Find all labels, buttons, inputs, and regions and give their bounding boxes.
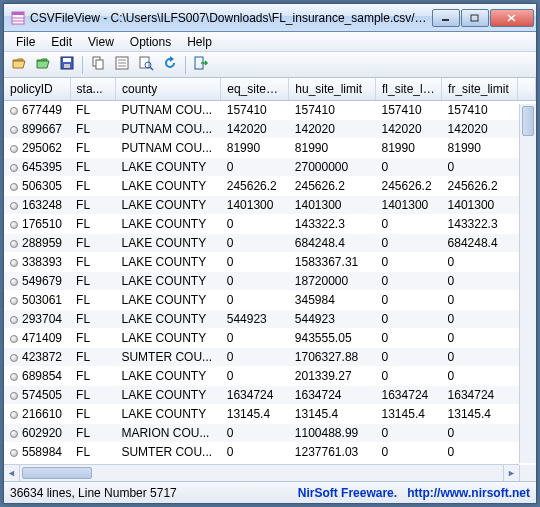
- cell[interactable]: FL: [70, 101, 115, 120]
- menu-help[interactable]: Help: [179, 33, 220, 51]
- table-row[interactable]: 176510FLLAKE COUNTY0143322.30143322.3: [4, 215, 536, 234]
- cell[interactable]: 295062: [4, 139, 70, 158]
- cell[interactable]: 163248: [4, 196, 70, 215]
- cell[interactable]: 13145.4: [289, 405, 376, 424]
- cell[interactable]: 245626.2: [442, 177, 518, 196]
- cell[interactable]: 0: [376, 424, 442, 443]
- cell[interactable]: 0: [221, 253, 289, 272]
- cell[interactable]: 943555.05: [289, 329, 376, 348]
- cell[interactable]: 245626.2: [289, 177, 376, 196]
- cell[interactable]: FL: [70, 310, 115, 329]
- cell[interactable]: 544923: [289, 310, 376, 329]
- cell[interactable]: 0: [376, 367, 442, 386]
- table-row[interactable]: 506305FLLAKE COUNTY245626.2245626.224562…: [4, 177, 536, 196]
- menu-edit[interactable]: Edit: [43, 33, 80, 51]
- header-row[interactable]: policyIDsta...countyeq_site_l...hu_site_…: [4, 78, 536, 101]
- table-row[interactable]: 503061FLLAKE COUNTY034598400: [4, 291, 536, 310]
- cell[interactable]: LAKE COUNTY: [115, 215, 220, 234]
- cell[interactable]: 0: [221, 291, 289, 310]
- open2-button[interactable]: [32, 54, 54, 76]
- cell[interactable]: 288959: [4, 234, 70, 253]
- table-row[interactable]: 471409FLLAKE COUNTY0943555.0500: [4, 329, 536, 348]
- menu-view[interactable]: View: [80, 33, 122, 51]
- close-button[interactable]: [490, 9, 534, 27]
- cell[interactable]: PUTNAM COU...: [115, 120, 220, 139]
- table-row[interactable]: 689854FLLAKE COUNTY0201339.2700: [4, 367, 536, 386]
- cell[interactable]: LAKE COUNTY: [115, 196, 220, 215]
- cell[interactable]: 899667: [4, 120, 70, 139]
- cell[interactable]: 142020: [376, 120, 442, 139]
- cell[interactable]: LAKE COUNTY: [115, 329, 220, 348]
- cell[interactable]: FL: [70, 234, 115, 253]
- minimize-button[interactable]: [432, 9, 460, 27]
- cell[interactable]: 27000000: [289, 158, 376, 177]
- column-header[interactable]: fr_site_limit: [442, 78, 518, 101]
- cell[interactable]: LAKE COUNTY: [115, 405, 220, 424]
- cell[interactable]: 0: [221, 215, 289, 234]
- cell[interactable]: 216610: [4, 405, 70, 424]
- cell[interactable]: 0: [442, 443, 518, 462]
- cell[interactable]: PUTNAM COU...: [115, 139, 220, 158]
- cell[interactable]: 684248.4: [442, 234, 518, 253]
- cell[interactable]: 293704: [4, 310, 70, 329]
- hscroll-thumb[interactable]: [22, 467, 92, 479]
- table-row[interactable]: 574505FLLAKE COUNTY163472416347241634724…: [4, 386, 536, 405]
- cell[interactable]: SUMTER COU...: [115, 348, 220, 367]
- table-row[interactable]: 602920FLMARION COU...01100488.9900: [4, 424, 536, 443]
- table-row[interactable]: 288959FLLAKE COUNTY0684248.40684248.4: [4, 234, 536, 253]
- column-header[interactable]: fl_site_li...: [376, 78, 442, 101]
- cell[interactable]: 1634724: [221, 386, 289, 405]
- cell[interactable]: 142020: [221, 120, 289, 139]
- cell[interactable]: 245626.2: [376, 177, 442, 196]
- cell[interactable]: 1401300: [376, 196, 442, 215]
- cell[interactable]: 13145.4: [221, 405, 289, 424]
- cell[interactable]: 1583367.31: [289, 253, 376, 272]
- cell[interactable]: 1401300: [289, 196, 376, 215]
- cell[interactable]: 0: [376, 348, 442, 367]
- cell[interactable]: 0: [442, 310, 518, 329]
- cell[interactable]: 0: [221, 158, 289, 177]
- cell[interactable]: 201339.27: [289, 367, 376, 386]
- table-row[interactable]: 338393FLLAKE COUNTY01583367.3100: [4, 253, 536, 272]
- cell[interactable]: 1401300: [221, 196, 289, 215]
- cell[interactable]: FL: [70, 139, 115, 158]
- column-header[interactable]: policyID: [4, 78, 70, 101]
- cell[interactable]: LAKE COUNTY: [115, 310, 220, 329]
- cell[interactable]: 544923: [221, 310, 289, 329]
- cell[interactable]: 143322.3: [289, 215, 376, 234]
- cell[interactable]: LAKE COUNTY: [115, 291, 220, 310]
- cell[interactable]: FL: [70, 291, 115, 310]
- table-row[interactable]: 558984FLSUMTER COU...01237761.0300: [4, 443, 536, 462]
- cell[interactable]: 0: [221, 329, 289, 348]
- column-header[interactable]: sta...: [70, 78, 115, 101]
- cell[interactable]: FL: [70, 215, 115, 234]
- cell[interactable]: 0: [376, 329, 442, 348]
- horizontal-scrollbar[interactable]: ◄ ►: [4, 464, 519, 481]
- cell[interactable]: 1401300: [442, 196, 518, 215]
- cell[interactable]: 0: [221, 443, 289, 462]
- cell[interactable]: 157410: [221, 101, 289, 120]
- cell[interactable]: LAKE COUNTY: [115, 158, 220, 177]
- cell[interactable]: FL: [70, 158, 115, 177]
- cell[interactable]: 176510: [4, 215, 70, 234]
- cell[interactable]: LAKE COUNTY: [115, 367, 220, 386]
- cell[interactable]: 157410: [289, 101, 376, 120]
- cell[interactable]: 0: [442, 272, 518, 291]
- titlebar[interactable]: CSVFileView - C:\Users\ILFS007\Downloads…: [4, 4, 536, 32]
- cell[interactable]: 1634724: [442, 386, 518, 405]
- table-row[interactable]: 899667FLPUTNAM COU...1420201420201420201…: [4, 120, 536, 139]
- column-header[interactable]: county: [115, 78, 220, 101]
- cell[interactable]: 602920: [4, 424, 70, 443]
- cell[interactable]: 574505: [4, 386, 70, 405]
- cell[interactable]: 0: [442, 367, 518, 386]
- cell[interactable]: FL: [70, 196, 115, 215]
- cell[interactable]: 18720000: [289, 272, 376, 291]
- cell[interactable]: 81990: [376, 139, 442, 158]
- cell[interactable]: SUMTER COU...: [115, 443, 220, 462]
- cell[interactable]: 13145.4: [376, 405, 442, 424]
- cell[interactable]: LAKE COUNTY: [115, 272, 220, 291]
- cell[interactable]: FL: [70, 329, 115, 348]
- cell[interactable]: 81990: [442, 139, 518, 158]
- cell[interactable]: 0: [221, 367, 289, 386]
- save-button[interactable]: [56, 54, 78, 76]
